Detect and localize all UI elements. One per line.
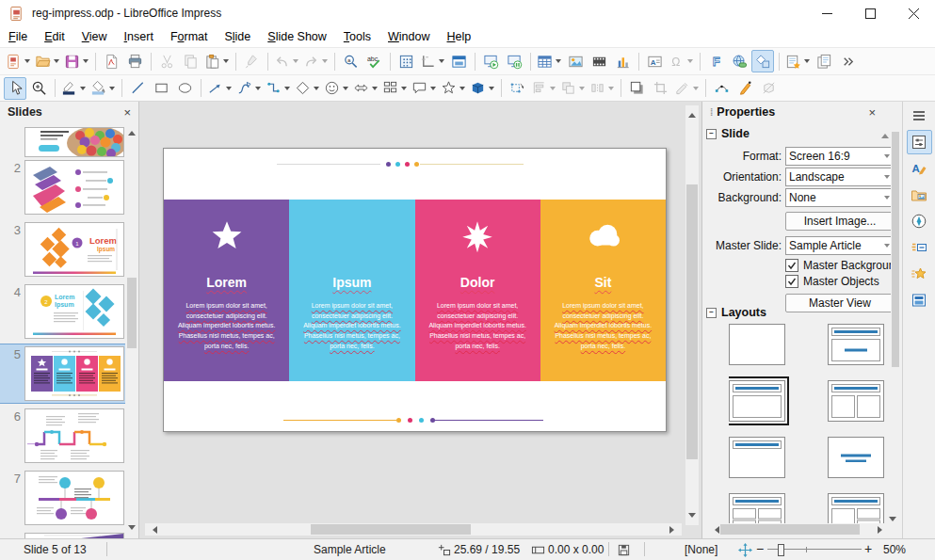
sidebar-tab-navigator[interactable] <box>907 209 932 233</box>
slide-thumbnail-3[interactable]: 3 1 Lorem Ipsum <box>0 220 125 279</box>
toolbar-button-image-filter[interactable] <box>672 77 701 100</box>
toolbar-button-rectangle[interactable] <box>150 77 172 100</box>
toolbar-button-redo[interactable] <box>301 50 330 72</box>
toolbar-button-open[interactable] <box>33 50 61 72</box>
slide-thumbnail-7[interactable]: 7 <box>0 469 125 527</box>
document-modified-icon[interactable] <box>617 543 631 557</box>
menu-insert[interactable]: Insert <box>116 28 162 45</box>
master-slide-select[interactable]: Sample Article <box>785 236 894 255</box>
slides-scrollbar[interactable] <box>125 122 138 538</box>
properties-panel-close-icon[interactable]: × <box>866 105 878 120</box>
menu-slide-show[interactable]: Slide Show <box>259 28 335 45</box>
sidebar-tab-slide-transition[interactable] <box>907 262 932 286</box>
toolbar-button-table[interactable] <box>535 50 563 72</box>
menu-tools[interactable]: Tools <box>335 28 379 45</box>
slide-column-dolor[interactable]: DolorLorem ipsum dolor sit amet, consect… <box>415 200 540 381</box>
insert-image-button[interactable]: Insert Image... <box>785 212 895 231</box>
sidebar-tab-styles[interactable]: A <box>907 156 932 181</box>
slide-thumbnail-5[interactable]: 5 <box>0 344 125 403</box>
layout-title-content-two-content[interactable] <box>828 493 884 525</box>
close-button[interactable] <box>892 0 935 26</box>
toolbar-button-ellipse[interactable] <box>173 77 196 100</box>
slide-canvas[interactable]: LoremLorem ipsum dolor sit amet, consect… <box>163 148 667 432</box>
menu-view[interactable]: View <box>73 28 116 45</box>
toolbar-button-special-character[interactable]: Ω <box>667 50 695 72</box>
toolbar-button-insert-line[interactable] <box>126 77 149 100</box>
slide-transition-status[interactable]: [None] <box>685 543 717 556</box>
toolbar-button-gluepoint-functions[interactable] <box>733 77 756 100</box>
toolbar-button-undo[interactable] <box>272 50 300 72</box>
collapse-icon[interactable]: − <box>706 308 717 318</box>
toolbar-button-insert-media[interactable] <box>588 50 610 72</box>
toolbar-button-find-replace[interactable]: a <box>339 50 362 72</box>
master-background-checkbox[interactable]: Master Background <box>785 259 896 272</box>
slide-column-sit[interactable]: SitLorem ipsum dolor sit amet, consectet… <box>540 200 666 381</box>
toolbar-button-new-slide[interactable] <box>783 50 812 72</box>
slides-panel-close-icon[interactable]: × <box>121 105 133 120</box>
toolbar-button-spelling[interactable]: abc <box>363 50 385 72</box>
toolbar-button-clone-formatting[interactable] <box>240 50 263 72</box>
master-objects-checkbox[interactable]: Master Objects <box>785 275 896 288</box>
zoom-percent[interactable]: 50% <box>883 543 906 556</box>
slide-indicator[interactable]: Slide 5 of 13 <box>24 543 87 556</box>
sidebar-horizontal-scrollbar[interactable] <box>708 523 889 536</box>
toolbar-button-save[interactable] <box>62 50 90 72</box>
menu-edit[interactable]: Edit <box>36 28 73 45</box>
scroll-down-icon[interactable] <box>688 513 696 521</box>
canvas-area[interactable]: LoremLorem ipsum dolor sit amet, consect… <box>139 102 701 538</box>
toolbar-button-stars-banners[interactable] <box>439 77 467 100</box>
toolbar-button-insert-chart[interactable] <box>611 50 634 72</box>
sidebar-scrollbar[interactable] <box>891 126 900 503</box>
panel-grip-icon[interactable]: ⁞ <box>710 107 712 118</box>
toolbar-button-snap-lines[interactable] <box>418 50 446 72</box>
slide-thumbnail-8[interactable] <box>0 531 125 538</box>
toolbar-button-toggle-extrusion[interactable] <box>757 77 780 100</box>
menu-window[interactable]: Window <box>379 28 438 45</box>
object-size[interactable]: 0.00 x 0.00 <box>548 543 604 556</box>
sidebar-tab-gallery[interactable] <box>907 183 932 207</box>
canvas-vertical-scrollbar[interactable] <box>685 105 699 525</box>
toolbar-button-flowchart[interactable] <box>380 77 409 100</box>
scroll-up-icon[interactable] <box>128 127 136 136</box>
collapse-icon[interactable]: − <box>706 129 717 139</box>
toolbar-button-start-current-slide[interactable] <box>503 50 525 72</box>
layouts-scroll-down-icon[interactable] <box>889 517 896 525</box>
toolbar-button-fontwork[interactable]: F <box>704 50 727 72</box>
toolbar-button-rotate[interactable] <box>506 77 528 100</box>
scrollbar-thumb[interactable] <box>686 184 698 459</box>
toolbar-button-block-arrows[interactable] <box>351 77 379 100</box>
slide-thumbnail-1[interactable] <box>0 124 125 156</box>
layout-title-content[interactable] <box>729 380 785 422</box>
toolbar-button-paste[interactable] <box>202 50 231 72</box>
toolbar-button-select[interactable] <box>4 77 26 100</box>
layout-title-only[interactable] <box>729 437 785 478</box>
toolbar-button-connectors[interactable] <box>264 77 292 100</box>
toolbar-button-draw-functions[interactable] <box>751 50 774 72</box>
toolbar-button-hyperlink[interactable] <box>728 50 750 72</box>
toolbar-button-fill-color[interactable] <box>89 77 117 100</box>
toolbar-button-insert-image[interactable] <box>564 50 587 72</box>
scrollbar-thumb[interactable] <box>311 524 471 535</box>
scrollbar-thumb[interactable] <box>127 278 137 348</box>
layout-centered-text[interactable] <box>828 437 884 478</box>
toolbar-button-symbol-shapes[interactable] <box>322 77 350 100</box>
toolbar-button-basic-shapes[interactable] <box>293 77 321 100</box>
scroll-up-icon[interactable] <box>688 109 696 118</box>
scrollbar-thumb[interactable] <box>720 524 860 535</box>
zoom-out-button[interactable]: − <box>756 541 764 556</box>
maximize-button[interactable] <box>848 0 892 26</box>
scrollbar-thumb[interactable] <box>892 132 899 367</box>
section-scroll-up-icon[interactable] <box>881 130 889 138</box>
toolbar-button-callout-shapes[interactable] <box>410 77 438 100</box>
sidebar-tab-master-slides[interactable] <box>907 288 932 312</box>
slide-thumbnail-4[interactable]: 4 2 Lorem Ipsum <box>0 282 125 341</box>
toolbar-button-display-master[interactable] <box>447 50 470 72</box>
master-slide-name[interactable]: Sample Article <box>314 543 386 556</box>
toolbar-button-insert-textbox[interactable]: A <box>643 50 666 72</box>
layout-title-four-content[interactable] <box>729 493 785 525</box>
fit-slide-icon[interactable] <box>738 543 752 557</box>
toolbar-button-line-color[interactable] <box>59 77 88 100</box>
toolbar-button-start-first-slide[interactable] <box>479 50 502 72</box>
toolbar-button-zoom[interactable] <box>27 77 50 100</box>
toolbar-button-cut[interactable] <box>155 50 178 72</box>
